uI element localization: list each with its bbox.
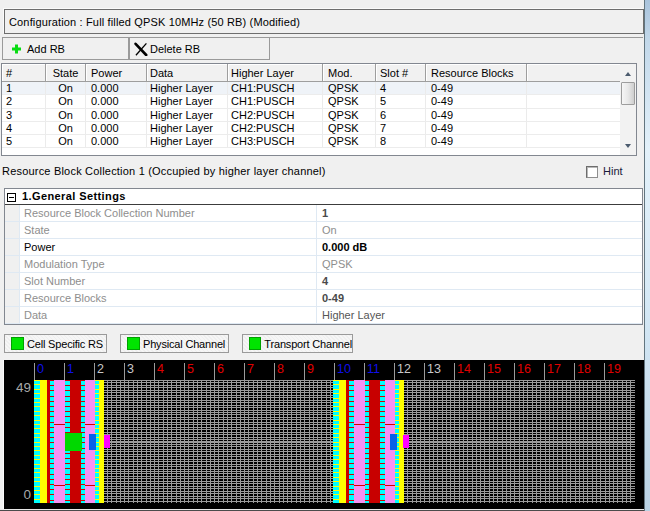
slot-tick-6	[214, 363, 215, 380]
property-value[interactable]: Higher Layer	[317, 307, 642, 323]
stripe-r	[369, 380, 380, 503]
window-background-strip	[644, 0, 650, 511]
collapse-minus-icon[interactable]	[7, 193, 16, 202]
slot-tick-12	[394, 363, 395, 380]
cell: QPSK	[323, 109, 376, 121]
cell: QPSK	[323, 122, 376, 134]
property-row-slot-number[interactable]: Slot Number4	[5, 273, 642, 290]
delete-x-icon	[134, 42, 148, 56]
property-row-power[interactable]: Power0.000 dB	[5, 239, 642, 256]
property-row-resource-block-collection-number[interactable]: Resource Block Collection Number1	[5, 205, 642, 222]
column-header-slot-[interactable]: Slot #	[376, 64, 426, 81]
stripe-y	[339, 380, 346, 503]
slot-label-14: 14	[457, 363, 471, 376]
cell-filler	[527, 135, 620, 147]
slot-tick-2	[94, 363, 95, 380]
cell: On	[46, 95, 86, 107]
cell-filler	[527, 82, 620, 94]
cell: 2	[2, 95, 46, 107]
stripe-p	[354, 380, 365, 503]
property-row-modulation-type[interactable]: Modulation TypeQPSK	[5, 256, 642, 273]
slot-tick-18	[574, 363, 575, 380]
slot-tick-17	[544, 363, 545, 380]
property-value[interactable]: 0.000 dB	[317, 239, 642, 255]
delete-rb-button[interactable]: Delete RB	[129, 38, 270, 60]
table-row-2[interactable]: 2On0.000Higher LayerCH1:PUSCHQPSK50-49	[2, 95, 620, 108]
table-body: 1On0.000Higher LayerCH1:PUSCHQPSK40-492O…	[2, 82, 620, 148]
delete-rb-label: Delete RB	[150, 43, 200, 55]
stripe-y	[40, 380, 47, 503]
gutter	[5, 222, 20, 238]
legend-label: Physical Channel	[143, 338, 225, 350]
legend-color-swatch	[127, 337, 140, 350]
scroll-down-button[interactable]	[620, 138, 636, 153]
marker-blue-2	[390, 434, 397, 450]
cell: Higher Layer	[147, 122, 228, 134]
scroll-up-button[interactable]	[620, 66, 636, 81]
slot-label-4: 4	[157, 363, 164, 376]
slot-tick-3	[124, 363, 125, 380]
cell: 0-49	[426, 82, 527, 94]
cell: 5	[2, 135, 46, 147]
table-scrollbar[interactable]	[620, 64, 636, 155]
gutter	[5, 273, 20, 289]
table-row-5[interactable]: 5On0.000Higher LayerCH3:PUSCHQPSK80-49	[2, 135, 620, 148]
y-label-bottom: 0	[4, 487, 31, 502]
hint-checkbox[interactable]	[586, 166, 598, 178]
table-row-4[interactable]: 4On0.000Higher LayerCH2:PUSCHQPSK70-49	[2, 122, 620, 135]
column-header--[interactable]: #	[2, 64, 46, 81]
slot-label-15: 15	[487, 363, 501, 376]
slot-tick-19	[604, 363, 605, 380]
cell: 0.000	[86, 135, 147, 147]
table-row-1[interactable]: 1On0.000Higher LayerCH1:PUSCHQPSK40-49	[2, 82, 620, 95]
scroll-thumb[interactable]	[621, 82, 635, 105]
cell: 7	[376, 122, 426, 134]
cell: QPSK	[323, 135, 376, 147]
slot-label-10: 10	[337, 363, 351, 376]
configuration-title-box: Configuration : Full filled QPSK 10MHz (…	[4, 9, 644, 34]
gutter	[5, 239, 20, 255]
cell: Higher Layer	[147, 109, 228, 121]
column-header-mod-[interactable]: Mod.	[323, 64, 376, 81]
property-row-data[interactable]: DataHigher Layer	[5, 307, 642, 324]
property-name: Slot Number	[20, 273, 317, 289]
cell: 0-49	[426, 95, 527, 107]
property-value[interactable]: 4	[317, 273, 642, 289]
slot-label-8: 8	[277, 363, 284, 376]
property-row-resource-blocks[interactable]: Resource Blocks0-49	[5, 290, 642, 307]
property-rows: Resource Block Collection Number1StateOn…	[5, 205, 642, 324]
property-row-state[interactable]: StateOn	[5, 222, 642, 239]
section-title: 1.General Settings	[22, 190, 126, 202]
property-value[interactable]: On	[317, 222, 642, 238]
cell: On	[46, 82, 86, 94]
add-rb-button[interactable]: Add RB	[2, 38, 129, 60]
y-label-top: 49	[4, 380, 31, 395]
column-header-higher-layer[interactable]: Higher Layer	[228, 64, 323, 81]
slot-tick-4	[154, 363, 155, 380]
slot-tick-7	[244, 363, 245, 380]
configuration-title: Configuration : Full filled QPSK 10MHz (…	[9, 16, 300, 28]
cell: 0.000	[86, 82, 147, 94]
column-header-resource-blocks[interactable]: Resource Blocks	[426, 64, 527, 81]
gutter	[5, 290, 20, 306]
column-header-state[interactable]: State	[46, 64, 86, 81]
column-header-power[interactable]: Power	[86, 64, 147, 81]
property-value[interactable]: 0-49	[317, 290, 642, 306]
gutter	[5, 307, 20, 323]
general-settings-section-header[interactable]: 1.General Settings	[5, 189, 642, 205]
slot-tick-11	[364, 363, 365, 380]
cell: 0-49	[426, 122, 527, 134]
table-row-3[interactable]: 3On0.000Higher LayerCH2:PUSCHQPSK60-49	[2, 109, 620, 122]
arrow-down-icon	[625, 144, 631, 148]
property-value[interactable]: 1	[317, 205, 642, 221]
cell: 4	[376, 82, 426, 94]
property-value[interactable]: QPSK	[317, 256, 642, 272]
cell: 6	[376, 109, 426, 121]
cell: 4	[2, 122, 46, 134]
slot-label-13: 13	[427, 363, 441, 376]
legend-chip-transport-channel: Transport Channel	[242, 334, 353, 353]
property-name: Resource Blocks	[20, 290, 317, 306]
cell: QPSK	[323, 95, 376, 107]
column-header-data[interactable]: Data	[147, 64, 228, 81]
column-header-filler	[527, 64, 620, 81]
